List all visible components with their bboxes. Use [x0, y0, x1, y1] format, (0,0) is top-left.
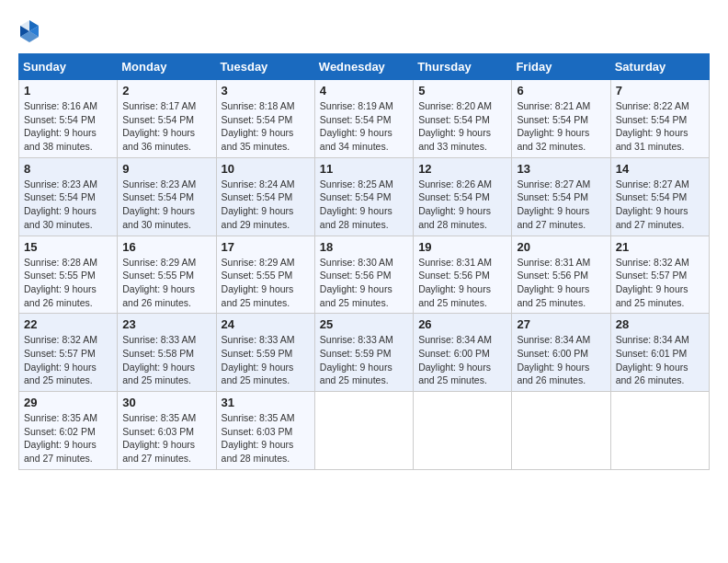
- day-info: Sunrise: 8:35 AMSunset: 6:02 PMDaylight:…: [24, 411, 112, 465]
- calendar-cell: 30 Sunrise: 8:35 AMSunset: 6:03 PMDaylig…: [118, 392, 216, 470]
- day-info: Sunrise: 8:21 AMSunset: 5:54 PMDaylight:…: [517, 99, 605, 154]
- calendar-cell: 16 Sunrise: 8:29 AMSunset: 5:55 PMDaylig…: [118, 236, 216, 314]
- day-number: 2: [122, 84, 210, 98]
- day-number: 17: [222, 240, 310, 254]
- day-number: 20: [517, 240, 605, 254]
- calendar-cell: 20 Sunrise: 8:31 AMSunset: 5:56 PMDaylig…: [512, 236, 610, 314]
- calendar-header-saturday: Saturday: [610, 54, 709, 80]
- calendar-cell: 27 Sunrise: 8:34 AMSunset: 6:00 PMDaylig…: [512, 314, 610, 392]
- calendar-cell: 5 Sunrise: 8:20 AMSunset: 5:54 PMDayligh…: [414, 80, 512, 158]
- calendar-table: SundayMondayTuesdayWednesdayThursdayFrid…: [18, 53, 710, 470]
- day-info: Sunrise: 8:18 AMSunset: 5:54 PMDaylight:…: [222, 99, 310, 154]
- day-info: Sunrise: 8:35 AMSunset: 6:03 PMDaylight:…: [122, 411, 210, 465]
- day-info: Sunrise: 8:29 AMSunset: 5:55 PMDaylight:…: [122, 256, 210, 310]
- calendar-cell: 26 Sunrise: 8:34 AMSunset: 6:00 PMDaylig…: [414, 314, 512, 392]
- day-info: Sunrise: 8:33 AMSunset: 5:58 PMDaylight:…: [122, 333, 210, 387]
- calendar-week-1: 1 Sunrise: 8:16 AMSunset: 5:54 PMDayligh…: [19, 80, 710, 158]
- day-info: Sunrise: 8:27 AMSunset: 5:54 PMDaylight:…: [517, 178, 605, 232]
- calendar-cell: 24 Sunrise: 8:33 AMSunset: 5:59 PMDaylig…: [216, 314, 314, 392]
- day-number: 23: [122, 317, 210, 331]
- calendar-cell: 9 Sunrise: 8:23 AMSunset: 5:54 PMDayligh…: [118, 157, 216, 236]
- day-info: Sunrise: 8:24 AMSunset: 5:54 PMDaylight:…: [222, 178, 310, 232]
- day-number: 5: [418, 84, 506, 98]
- day-number: 13: [517, 162, 605, 176]
- day-number: 29: [24, 396, 112, 409]
- calendar-week-4: 22 Sunrise: 8:32 AMSunset: 5:57 PMDaylig…: [19, 314, 710, 392]
- calendar-header-tuesday: Tuesday: [216, 54, 314, 80]
- calendar-cell: 14 Sunrise: 8:27 AMSunset: 5:54 PMDaylig…: [610, 157, 709, 236]
- day-info: Sunrise: 8:35 AMSunset: 6:03 PMDaylight:…: [222, 411, 310, 465]
- page-header: [18, 18, 710, 44]
- calendar-cell: 4 Sunrise: 8:19 AMSunset: 5:54 PMDayligh…: [314, 80, 413, 158]
- day-number: 9: [122, 162, 210, 176]
- calendar-cell: 8 Sunrise: 8:23 AMSunset: 5:54 PMDayligh…: [19, 157, 118, 236]
- day-number: 15: [24, 240, 112, 254]
- day-number: 12: [418, 162, 506, 176]
- logo-icon: [18, 18, 40, 44]
- day-number: 4: [320, 84, 408, 98]
- calendar-cell: [314, 392, 413, 470]
- calendar-cell: 21 Sunrise: 8:32 AMSunset: 5:57 PMDaylig…: [610, 236, 709, 314]
- day-info: Sunrise: 8:27 AMSunset: 5:54 PMDaylight:…: [616, 178, 704, 232]
- day-number: 11: [320, 162, 408, 176]
- day-info: Sunrise: 8:25 AMSunset: 5:54 PMDaylight:…: [320, 178, 408, 232]
- calendar-cell: 2 Sunrise: 8:17 AMSunset: 5:54 PMDayligh…: [118, 80, 216, 158]
- day-number: 26: [418, 317, 506, 331]
- day-number: 18: [320, 240, 408, 254]
- calendar-cell: 1 Sunrise: 8:16 AMSunset: 5:54 PMDayligh…: [19, 80, 118, 158]
- calendar-cell: 7 Sunrise: 8:22 AMSunset: 5:54 PMDayligh…: [610, 80, 709, 158]
- calendar-cell: 25 Sunrise: 8:33 AMSunset: 5:59 PMDaylig…: [314, 314, 413, 392]
- calendar-cell: [512, 392, 610, 470]
- calendar-cell: 15 Sunrise: 8:28 AMSunset: 5:55 PMDaylig…: [19, 236, 118, 314]
- day-info: Sunrise: 8:19 AMSunset: 5:54 PMDaylight:…: [320, 99, 408, 154]
- calendar-cell: 19 Sunrise: 8:31 AMSunset: 5:56 PMDaylig…: [414, 236, 512, 314]
- day-number: 8: [24, 162, 112, 176]
- day-number: 7: [616, 84, 704, 98]
- calendar-header-thursday: Thursday: [414, 54, 512, 80]
- day-number: 3: [222, 84, 310, 98]
- day-number: 28: [616, 317, 704, 331]
- day-info: Sunrise: 8:30 AMSunset: 5:56 PMDaylight:…: [320, 256, 408, 310]
- calendar-week-3: 15 Sunrise: 8:28 AMSunset: 5:55 PMDaylig…: [19, 236, 710, 314]
- calendar-cell: 17 Sunrise: 8:29 AMSunset: 5:55 PMDaylig…: [216, 236, 314, 314]
- day-number: 24: [222, 317, 310, 331]
- day-number: 21: [616, 240, 704, 254]
- calendar-cell: 10 Sunrise: 8:24 AMSunset: 5:54 PMDaylig…: [216, 157, 314, 236]
- day-number: 25: [320, 317, 408, 331]
- day-number: 6: [517, 84, 605, 98]
- day-number: 22: [24, 317, 112, 331]
- day-number: 1: [24, 84, 112, 98]
- calendar-week-2: 8 Sunrise: 8:23 AMSunset: 5:54 PMDayligh…: [19, 157, 710, 236]
- logo: [18, 18, 44, 44]
- calendar-header-friday: Friday: [512, 54, 610, 80]
- day-number: 31: [222, 396, 310, 409]
- calendar-cell: 31 Sunrise: 8:35 AMSunset: 6:03 PMDaylig…: [216, 392, 314, 470]
- day-info: Sunrise: 8:23 AMSunset: 5:54 PMDaylight:…: [24, 178, 112, 232]
- day-info: Sunrise: 8:22 AMSunset: 5:54 PMDaylight:…: [616, 99, 704, 154]
- day-info: Sunrise: 8:33 AMSunset: 5:59 PMDaylight:…: [222, 333, 310, 387]
- day-info: Sunrise: 8:34 AMSunset: 6:01 PMDaylight:…: [616, 333, 704, 387]
- calendar-cell: 28 Sunrise: 8:34 AMSunset: 6:01 PMDaylig…: [610, 314, 709, 392]
- calendar-header-row: SundayMondayTuesdayWednesdayThursdayFrid…: [19, 54, 710, 80]
- day-number: 19: [418, 240, 506, 254]
- day-info: Sunrise: 8:20 AMSunset: 5:54 PMDaylight:…: [418, 99, 506, 154]
- day-info: Sunrise: 8:34 AMSunset: 6:00 PMDaylight:…: [418, 333, 506, 387]
- day-number: 10: [222, 162, 310, 176]
- day-info: Sunrise: 8:31 AMSunset: 5:56 PMDaylight:…: [418, 256, 506, 310]
- calendar-cell: [414, 392, 512, 470]
- calendar-header-sunday: Sunday: [19, 54, 118, 80]
- day-info: Sunrise: 8:31 AMSunset: 5:56 PMDaylight:…: [517, 256, 605, 310]
- day-number: 27: [517, 317, 605, 331]
- day-info: Sunrise: 8:33 AMSunset: 5:59 PMDaylight:…: [320, 333, 408, 387]
- calendar-cell: 22 Sunrise: 8:32 AMSunset: 5:57 PMDaylig…: [19, 314, 118, 392]
- calendar-header-monday: Monday: [118, 54, 216, 80]
- calendar-cell: 13 Sunrise: 8:27 AMSunset: 5:54 PMDaylig…: [512, 157, 610, 236]
- calendar-week-5: 29 Sunrise: 8:35 AMSunset: 6:02 PMDaylig…: [19, 392, 710, 470]
- calendar-cell: 11 Sunrise: 8:25 AMSunset: 5:54 PMDaylig…: [314, 157, 413, 236]
- day-info: Sunrise: 8:29 AMSunset: 5:55 PMDaylight:…: [222, 256, 310, 310]
- calendar-cell: [610, 392, 709, 470]
- day-info: Sunrise: 8:28 AMSunset: 5:55 PMDaylight:…: [24, 256, 112, 310]
- calendar-cell: 3 Sunrise: 8:18 AMSunset: 5:54 PMDayligh…: [216, 80, 314, 158]
- day-info: Sunrise: 8:34 AMSunset: 6:00 PMDaylight:…: [517, 333, 605, 387]
- calendar-cell: 18 Sunrise: 8:30 AMSunset: 5:56 PMDaylig…: [314, 236, 413, 314]
